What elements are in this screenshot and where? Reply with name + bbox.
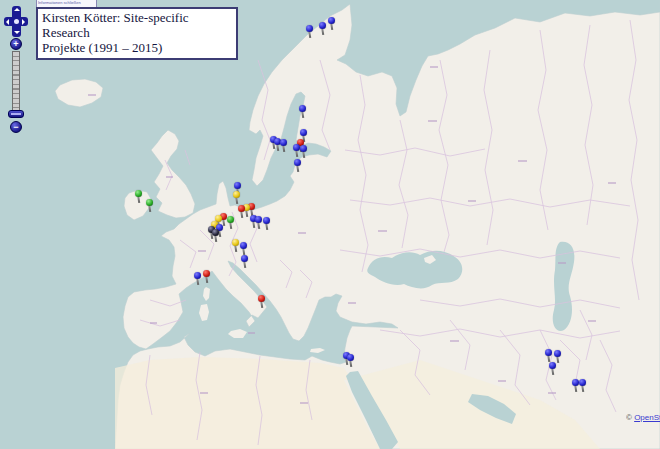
pin-head-blue (263, 217, 270, 224)
map-pin-blue[interactable] (549, 362, 558, 377)
copyright-symbol: © (626, 413, 632, 422)
map-pin-blue[interactable] (328, 17, 337, 32)
pin-head-blue (234, 182, 241, 189)
map-pin-blue[interactable] (294, 159, 303, 174)
pin-head-blue (241, 255, 248, 262)
pan-center-icon (14, 19, 19, 24)
zoom-in-button[interactable]: + (10, 38, 22, 50)
map-pin-blue[interactable] (263, 217, 272, 232)
map-pin-red[interactable] (238, 205, 247, 220)
pin-head-blue (255, 216, 262, 223)
pan-left-button[interactable] (6, 19, 9, 25)
pin-head-blue (294, 159, 301, 166)
pin-head-blue (545, 349, 552, 356)
map-pin-yellow[interactable] (233, 191, 242, 206)
map-pin-black[interactable] (212, 229, 221, 244)
pin-head-red (258, 295, 265, 302)
pin-head-blue (300, 145, 307, 152)
desert-tint (115, 357, 380, 449)
pin-head-blue (299, 105, 306, 112)
pin-head-blue (572, 379, 579, 386)
pin-head-blue (319, 22, 326, 29)
map-pin-red[interactable] (203, 270, 212, 285)
pan-right-button[interactable] (22, 19, 25, 25)
pan-up-button[interactable] (14, 8, 20, 11)
pin-head-black (212, 229, 219, 236)
pin-head-blue (328, 17, 335, 24)
map-pin-blue[interactable] (300, 145, 309, 160)
pin-head-blue (554, 350, 561, 357)
pin-head-blue (240, 242, 247, 249)
pin-head-blue (549, 362, 556, 369)
info-panel-title-line1: Kirsten Kötter: Site-specific Research (42, 10, 232, 40)
map-window: Informationen schließen Kirsten Kötter: … (0, 0, 660, 449)
zoom-slider-handle[interactable] (8, 110, 24, 118)
panzoombar: + − (2, 4, 30, 134)
map-pin-green[interactable] (146, 199, 155, 214)
attribution: © OpenSt (626, 413, 660, 424)
map-pin-blue[interactable] (241, 255, 250, 270)
map-pin-blue[interactable] (280, 139, 289, 154)
pan-cross (4, 6, 28, 37)
pin-head-blue (306, 25, 313, 32)
attribution-link[interactable]: OpenSt (634, 413, 660, 422)
map-pin-blue[interactable] (299, 105, 308, 120)
info-panel-title-line2: Projekte (1991 – 2015) (42, 40, 232, 55)
map-pin-blue[interactable] (579, 379, 588, 394)
pin-head-green (146, 199, 153, 206)
pin-head-blue (347, 354, 354, 361)
pin-head-yellow (232, 239, 239, 246)
pan-down-button[interactable] (14, 31, 20, 34)
pin-head-blue (579, 379, 586, 386)
pin-head-green (135, 190, 142, 197)
map-pin-green[interactable] (135, 190, 144, 205)
map-pin-blue[interactable] (319, 22, 328, 37)
pin-head-red (203, 270, 210, 277)
pin-head-blue (280, 139, 287, 146)
map-pin-blue[interactable] (194, 272, 203, 287)
map-pin-red[interactable] (258, 295, 267, 310)
info-panel: Kirsten Kötter: Site-specific Research P… (36, 7, 238, 60)
pin-head-blue (300, 129, 307, 136)
map-pin-blue[interactable] (347, 354, 356, 369)
pin-head-blue (194, 272, 201, 279)
map-pin-blue[interactable] (306, 25, 315, 40)
pin-head-red (238, 205, 245, 212)
zoom-slider-rail[interactable] (12, 51, 20, 117)
zoom-out-button[interactable]: − (10, 121, 22, 133)
map-pin-green[interactable] (227, 216, 236, 231)
pin-head-green (227, 216, 234, 223)
pin-head-blue (293, 144, 300, 151)
map-canvas[interactable] (0, 0, 660, 449)
pin-head-yellow (233, 191, 240, 198)
